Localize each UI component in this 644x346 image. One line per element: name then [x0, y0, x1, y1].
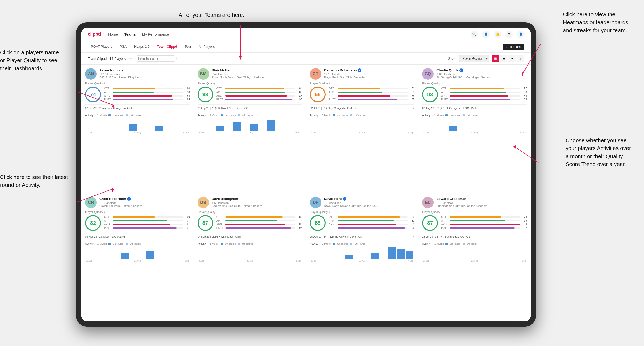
- player-name[interactable]: Cameron Robertson✓: [324, 68, 415, 72]
- tab-pga[interactable]: PGA: [116, 41, 130, 52]
- quality-circle[interactable]: 87: [198, 215, 213, 231]
- player-header: DBDave Billingham1-5 HandicapSag Maging …: [198, 197, 302, 208]
- stat-row: PUTT85: [329, 98, 415, 101]
- sort-icon[interactable]: ↕: [517, 55, 524, 62]
- filter-input[interactable]: [135, 55, 177, 62]
- recent-round[interactable]: 04 Sep 23 | Mobility with coach, Gym→: [198, 233, 302, 238]
- player-info: Aaron Nicholls11:15 HandicapDrift Golf C…: [99, 68, 190, 79]
- nav-teams[interactable]: Teams: [124, 31, 136, 38]
- chart-bars: [310, 118, 415, 131]
- player-card[interactable]: CRCameron Robertson✓11:15 HandicapRoyal …: [306, 65, 418, 193]
- edit-icon[interactable]: ✏: [129, 57, 132, 61]
- stats-table: OTT84APP85ARG88PUTT95: [216, 87, 302, 102]
- stat-row: APP58: [104, 91, 190, 94]
- player-name[interactable]: David Ford✓: [324, 197, 415, 201]
- recent-round[interactable]: 26 Aug 23 | 73 (+1), Royal North Devon G…: [198, 104, 302, 110]
- avatar-icon[interactable]: 👤: [517, 31, 524, 38]
- activity-period[interactable]: 1 Month: [210, 242, 219, 245]
- tab-hcaps[interactable]: Hcaps 1-5: [131, 41, 153, 52]
- recent-round[interactable]: 18 Jul 23 | 74 (+4), Sunningdale GC - Ol…: [422, 233, 527, 238]
- nav-performance[interactable]: My Performance: [142, 31, 169, 38]
- player-name[interactable]: Blair McHarg: [212, 68, 302, 72]
- search-icon[interactable]: 🔍: [471, 31, 478, 38]
- quality-section: Player Quality ℹ87OTT73APP79ARG103PUTT92: [422, 210, 527, 231]
- player-card[interactable]: CRChris Robertson✓1-5 HandicapCraigmilla…: [81, 193, 194, 321]
- ipad-screen: clippd Home Teams My Performance 🔍 👤 🔔 ⚙…: [81, 28, 531, 321]
- activity-period[interactable]: 1 Month: [322, 242, 331, 245]
- player-card[interactable]: BMBlair McHargPlus HandicapRoyal North D…: [194, 65, 306, 193]
- tab-team-clippd[interactable]: Team Clippd: [154, 41, 180, 52]
- player-header: ANAaron Nicholls11:15 HandicapDrift Golf…: [85, 68, 190, 80]
- quality-circle[interactable]: 82: [85, 215, 101, 231]
- toolbar-right: Show: Player Activity ⊞ ≡ ▼ ↕: [448, 55, 524, 62]
- round-arrow-icon[interactable]: →: [299, 106, 302, 110]
- player-avatar: EC: [422, 197, 434, 208]
- round-arrow-icon[interactable]: →: [524, 235, 527, 238]
- annotation-teams: All of your Teams are here.: [179, 11, 245, 19]
- player-card[interactable]: DBDave Billingham1-5 HandicapSag Maging …: [194, 193, 306, 321]
- activity-chart: 31 Jul21 Aug4 Sep: [310, 246, 415, 262]
- tab-tour[interactable]: Tour: [181, 41, 194, 52]
- stat-bar: [450, 220, 505, 221]
- round-arrow-icon[interactable]: →: [187, 235, 190, 238]
- player-avatar: CQ: [422, 68, 434, 80]
- stat-bar: [225, 227, 291, 229]
- quality-circle[interactable]: 93: [198, 87, 213, 102]
- quality-circle[interactable]: 87: [422, 215, 438, 231]
- round-arrow-icon[interactable]: →: [187, 106, 190, 110]
- notification-icon[interactable]: 🔔: [494, 31, 501, 38]
- add-team-button[interactable]: Add Team: [503, 44, 524, 50]
- activity-period[interactable]: 1 Month: [322, 114, 331, 117]
- player-avatar: CR: [310, 68, 321, 80]
- recent-round[interactable]: 02 Jul 23 | 59 (+17), Craigmillar Park G…: [310, 104, 415, 110]
- quality-circle[interactable]: 68: [310, 87, 326, 102]
- tab-all-players[interactable]: All Players: [195, 41, 218, 52]
- stat-label: ARG: [216, 94, 224, 97]
- user-icon[interactable]: 👤: [482, 31, 490, 38]
- oncourse-legend-dot: [221, 114, 223, 116]
- player-name[interactable]: Dave Billingham: [212, 197, 302, 201]
- round-arrow-icon[interactable]: →: [411, 106, 414, 110]
- player-club: Royal North Devon Golf Club, United Kin.…: [212, 76, 302, 79]
- stat-label: ARG: [329, 223, 337, 226]
- activity-period[interactable]: 1 Month: [434, 242, 444, 245]
- player-name[interactable]: Chris Robertson✓: [99, 197, 190, 201]
- quality-circle[interactable]: 74: [85, 87, 101, 102]
- filter-icon[interactable]: ▼: [508, 55, 516, 62]
- offcourse-legend-label: Off course: [130, 243, 141, 245]
- round-arrow-icon[interactable]: →: [299, 235, 302, 238]
- player-name[interactable]: Charlie Quick✓: [436, 68, 527, 72]
- round-arrow-icon[interactable]: →: [524, 106, 527, 110]
- recent-round[interactable]: 26 Aug 23 | 84 (+12), Royal North Devon …: [310, 233, 415, 238]
- recent-round[interactable]: 07 Aug 23 | 77 (+7), St George's Hill GC…: [422, 104, 527, 110]
- tab-pgat-players[interactable]: PGAT Players: [88, 41, 115, 52]
- activity-period[interactable]: 1 Month: [97, 242, 107, 245]
- nav-home[interactable]: Home: [108, 31, 118, 38]
- player-header: ECEdward Crossman1-5 HandicapSunningdale…: [422, 197, 527, 208]
- player-card[interactable]: ANAaron Nicholls11:15 HandicapDrift Golf…: [81, 65, 194, 193]
- stats-table: OTT89APP80ARG83PUTT96: [329, 216, 415, 230]
- player-info: Edward Crossman1-5 HandicapSunningdale G…: [436, 197, 527, 207]
- quality-circle[interactable]: 83: [422, 87, 438, 102]
- activity-period[interactable]: 1 Month: [434, 114, 444, 117]
- show-select[interactable]: Player Activity: [459, 55, 489, 62]
- activity-period[interactable]: 1 Month: [210, 114, 219, 117]
- player-card[interactable]: DFDavid Ford✓1-5 HandicapRoyal North Dev…: [306, 193, 418, 321]
- settings-icon[interactable]: ⚙: [505, 31, 513, 38]
- team-label: Team Clippd | 14 Players: [88, 57, 126, 61]
- player-card[interactable]: ECEdward Crossman1-5 HandicapSunningdale…: [418, 193, 531, 321]
- recent-round[interactable]: 02 Sep 23 | Sunset round to get back int…: [85, 104, 190, 110]
- list-view-icon[interactable]: ≡: [500, 55, 507, 62]
- activity-section: Activity·1 MonthOn courseOff course31 Ju…: [310, 241, 415, 262]
- player-card[interactable]: CQCharlie Quick✓6.10 HandicapSt. George'…: [418, 65, 531, 193]
- round-arrow-icon[interactable]: →: [411, 235, 414, 238]
- quality-circle[interactable]: 85: [310, 215, 326, 231]
- player-name[interactable]: Edward Crossman: [436, 197, 527, 201]
- player-name[interactable]: Aaron Nicholls: [99, 68, 190, 72]
- recent-round[interactable]: 05 Mar 23 | 19, Must make putting→: [85, 233, 190, 238]
- grid-view-icon[interactable]: ⊞: [492, 55, 499, 62]
- logo[interactable]: clippd: [88, 31, 101, 37]
- stats-table: OTT73APP79ARG103PUTT92: [441, 216, 527, 230]
- ipad-frame: clippd Home Teams My Performance 🔍 👤 🔔 ⚙…: [76, 22, 536, 327]
- activity-period[interactable]: 1 Month: [97, 114, 107, 117]
